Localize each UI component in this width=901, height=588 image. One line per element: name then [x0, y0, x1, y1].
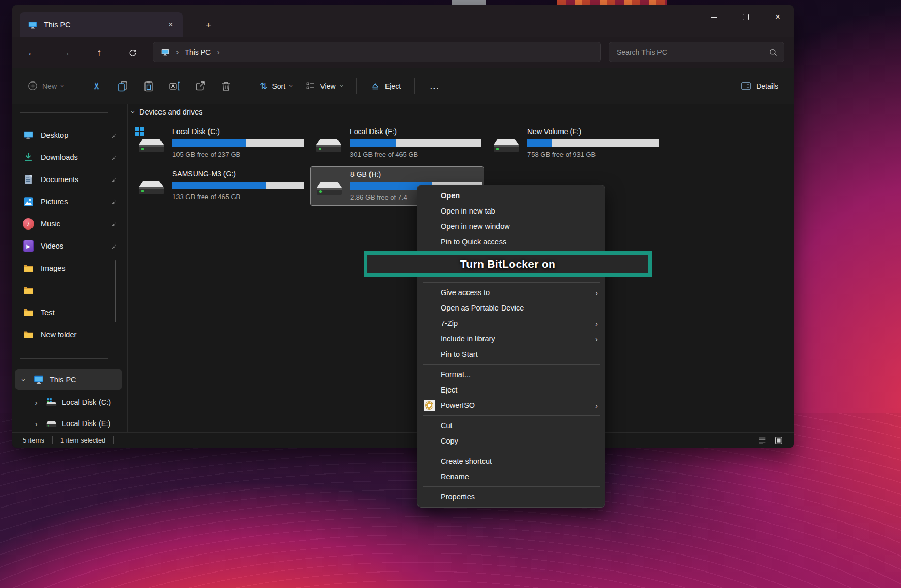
breadcrumb-this-pc[interactable]: This PC: [185, 48, 211, 56]
cut-button[interactable]: ✂: [86, 76, 108, 96]
minimize-button[interactable]: [698, 5, 730, 29]
sidebar-tree-local-disk-e[interactable]: › Local Disk (E:): [15, 414, 122, 433]
refresh-button[interactable]: [123, 43, 142, 62]
copy-button[interactable]: [111, 76, 134, 96]
section-devices-and-drives[interactable]: › Devices and drives: [132, 108, 203, 116]
chevron-expanded-icon[interactable]: ›: [20, 375, 28, 384]
drive-tile-local-disk-c[interactable]: Local Disk (C:) 105 GB free of 237 GB: [133, 124, 307, 164]
menu-item-rename[interactable]: Rename: [417, 469, 605, 484]
back-button[interactable]: ←: [23, 43, 41, 62]
sidebar-item-label: Desktop: [41, 131, 68, 139]
music-note-glyph: ♪: [27, 220, 30, 227]
wallpaper-streak-gray: [452, 0, 486, 5]
capacity-bar: [172, 139, 304, 147]
new-button[interactable]: New ›: [23, 77, 69, 95]
menu-item-create-shortcut[interactable]: Create shortcut: [417, 453, 605, 469]
paste-button[interactable]: [137, 76, 160, 96]
menu-item-properties[interactable]: Properties: [417, 489, 605, 504]
sort-button[interactable]: ⇅ Sort ›: [254, 76, 297, 96]
sidebar-item-new-folder[interactable]: New folder: [18, 324, 122, 345]
sidebar-item-downloads[interactable]: Downloads: [18, 147, 122, 168]
menu-item-eject[interactable]: Eject: [417, 382, 605, 398]
turn-bitlocker-on-label: Turn BitLocker on: [367, 255, 648, 273]
sidebar-tree-this-pc[interactable]: › This PC: [15, 369, 122, 390]
drive-free-space: 301 GB free of 465 GB: [350, 151, 480, 158]
tab-close-icon[interactable]: ×: [164, 18, 178, 31]
menu-item-cut[interactable]: Cut: [417, 418, 605, 433]
menu-item-give-access-to[interactable]: Give access to›: [417, 285, 605, 300]
sidebar-tree-label: Local Disk (E:): [62, 419, 110, 428]
chevron-down-icon: ›: [59, 85, 66, 87]
delete-button[interactable]: [215, 76, 237, 96]
tab-strip: This PC × + ×: [12, 5, 794, 37]
chevron-down-icon: ›: [130, 111, 137, 113]
drive-name: Local Disk (C:): [172, 127, 302, 136]
sidebar-scrollbar[interactable]: [115, 260, 116, 322]
divider: [113, 436, 114, 444]
menu-item-open-as-portable-device[interactable]: Open as Portable Device: [417, 300, 605, 316]
sidebar-item-unnamed-folder[interactable]: [18, 280, 122, 301]
details-button[interactable]: Details: [735, 76, 783, 95]
drive-tile-new-volume-f[interactable]: New Volume (F:) 758 GB free of 931 GB: [488, 124, 662, 164]
sidebar-content-divider: [127, 104, 128, 432]
tab-this-pc[interactable]: This PC ×: [20, 12, 183, 37]
menu-item-pin-to-start[interactable]: Pin to Start: [417, 347, 605, 362]
chevron-right-icon: ›: [176, 48, 179, 56]
sidebar-item-videos[interactable]: ▶ Videos: [18, 236, 122, 256]
sidebar-item-pictures[interactable]: Pictures: [18, 191, 122, 212]
selected-count: 1 item selected: [60, 436, 105, 444]
drive-icon: [314, 133, 343, 155]
menu-item-open[interactable]: Open: [417, 188, 605, 203]
details-view-toggle[interactable]: [758, 436, 767, 445]
sidebar-tree-local-disk-c[interactable]: › Local Disk (C:): [15, 392, 122, 413]
pin-icon: [109, 132, 117, 139]
menu-item-7-zip[interactable]: 7-Zip›: [417, 316, 605, 331]
details-label: Details: [756, 82, 778, 90]
menu-item-turn-bitlocker-on-highlight[interactable]: Turn BitLocker on: [364, 251, 652, 277]
divider: [77, 78, 77, 94]
view-button[interactable]: View ›: [300, 77, 347, 95]
capacity-bar: [172, 182, 304, 189]
large-icons-view-toggle[interactable]: [774, 436, 783, 445]
search-input[interactable]: [616, 47, 769, 57]
sidebar-tree-label: This PC: [50, 375, 76, 384]
menu-item-pin-to-quick-access[interactable]: Pin to Quick access: [417, 234, 605, 250]
eject-button[interactable]: Eject: [365, 77, 406, 95]
sidebar-divider: [20, 358, 108, 359]
share-icon: [195, 80, 206, 92]
address-bar[interactable]: › This PC ›: [153, 42, 601, 62]
menu-item-include-in-library[interactable]: Include in library›: [417, 331, 605, 347]
more-options-button[interactable]: …: [423, 76, 446, 96]
drive-tile-samsung-m3-g[interactable]: SAMSUNG-M3 (G:) 133 GB free of 465 GB: [133, 166, 307, 206]
divider: [246, 78, 246, 94]
pictures-icon: [23, 196, 34, 207]
up-button[interactable]: ↑: [90, 43, 108, 62]
search-bar: [609, 42, 784, 62]
forward-button[interactable]: →: [56, 43, 75, 62]
details-pane-icon: [741, 80, 751, 91]
maximize-button[interactable]: [730, 5, 762, 29]
sidebar-item-test[interactable]: Test: [18, 302, 122, 323]
rename-button[interactable]: [163, 76, 186, 96]
new-tab-button[interactable]: +: [199, 18, 218, 33]
close-button[interactable]: ×: [762, 5, 794, 29]
menu-item-open-in-new-window[interactable]: Open in new window: [417, 219, 605, 234]
menu-item-format[interactable]: Format...: [417, 367, 605, 382]
menu-item-open-in-new-tab[interactable]: Open in new tab: [417, 203, 605, 219]
submenu-chevron-icon: ›: [595, 335, 598, 344]
minimize-icon: [711, 17, 717, 18]
sort-label: Sort: [272, 82, 285, 90]
share-button[interactable]: [189, 76, 212, 96]
chevron-collapsed-icon[interactable]: ›: [32, 398, 40, 407]
sidebar-item-music[interactable]: ♪ Music: [18, 214, 122, 234]
menu-separator: [423, 415, 600, 416]
menu-separator: [423, 364, 600, 365]
chevron-collapsed-icon[interactable]: ›: [32, 419, 40, 428]
menu-item-copy[interactable]: Copy: [417, 433, 605, 449]
sidebar-item-desktop[interactable]: Desktop: [18, 125, 122, 145]
ellipsis-icon: …: [430, 80, 440, 91]
menu-item-poweriso[interactable]: PowerISO›: [417, 398, 605, 413]
sidebar-item-images[interactable]: Images: [18, 258, 122, 279]
sidebar-item-documents[interactable]: Documents: [18, 169, 122, 190]
drive-tile-local-disk-e[interactable]: Local Disk (E:) 301 GB free of 465 GB: [310, 124, 484, 164]
